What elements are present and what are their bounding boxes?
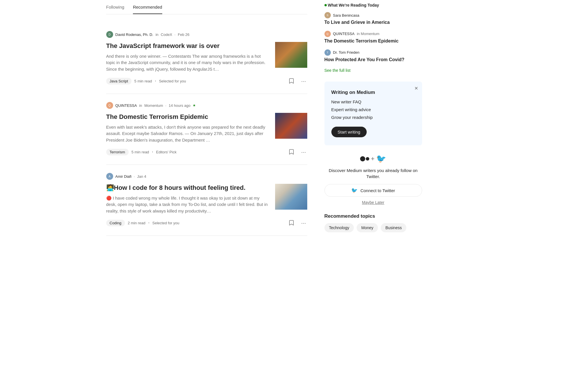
save-button[interactable] (287, 218, 296, 227)
writing-link[interactable]: Expert writing advice (331, 107, 415, 112)
article-tags: Java Script 5 min read ·Selected for you (106, 78, 186, 84)
feed-tabs: Following Recommended (106, 0, 307, 14)
article-tag[interactable]: Java Script (106, 78, 132, 84)
pick-avatar: S (324, 12, 331, 18)
selected-for: Selected for you (159, 79, 186, 83)
topics-list: TechnologyMoneyBusiness (324, 223, 422, 232)
maybe-later-link[interactable]: Maybe Later (324, 200, 422, 205)
topic-pill[interactable]: Money (357, 223, 378, 232)
see-full-list-link[interactable]: See the full list (324, 68, 351, 73)
read-time: 2 min read (128, 221, 145, 225)
pick-author: Dr. Tom Frieden (333, 50, 360, 55)
pick-title[interactable]: The Domestic Terrorism Epidemic (324, 38, 422, 44)
editors-pick: Editors' Pick (156, 150, 177, 154)
meta-separator: · (175, 32, 176, 37)
article-date: Feb 26 (178, 32, 189, 37)
pick-publication: in Momentum (357, 32, 380, 36)
writing-link[interactable]: New writer FAQ (331, 99, 415, 104)
article-footer: Java Script 5 min read ·Selected for you… (106, 76, 307, 86)
twitter-description: Discover Medium writers you already foll… (324, 167, 422, 179)
topic-pill[interactable]: Business (381, 223, 406, 232)
connect-twitter-label: Connect to Twitter (360, 188, 395, 193)
twitter-bird-icon: 🐦 (376, 154, 386, 163)
article-publication: CodeX (161, 32, 172, 37)
meta-separator: · (165, 103, 167, 108)
article-meta: D David Rodenas, Ph. D. in CodeX · Feb 2… (106, 31, 307, 38)
pick-author: Sara Benincasa (333, 13, 360, 18)
more-options-button[interactable]: ··· (300, 77, 307, 86)
tab-recommended[interactable]: Recommended (133, 0, 162, 14)
article-actions: ··· (287, 147, 307, 157)
pick-avatar: T (324, 49, 331, 56)
article-thumbnail (275, 113, 307, 139)
twitter-logos: + 🐦 (324, 154, 422, 163)
footer-sep: · (155, 78, 156, 84)
article-body: The Domestic Terrorism Epidemic Even wit… (106, 113, 307, 143)
article-actions: ··· (287, 76, 307, 86)
selected-for: Selected for you (152, 221, 179, 225)
green-dot-icon (324, 4, 327, 6)
article-date: 14 hours ago (169, 103, 190, 108)
pick-title[interactable]: How Protected Are You From Covid? (324, 57, 422, 63)
writing-links-list: New writer FAQExpert writing adviceGrow … (331, 99, 415, 120)
author-avatar: D (106, 31, 113, 38)
article-thumbnail (275, 184, 307, 210)
topic-pill[interactable]: Technology (324, 223, 354, 232)
meta-separator: · (134, 174, 135, 179)
article-title[interactable]: The JavaScript framework war is over (106, 42, 269, 50)
main-feed: Following Recommended D David Rodenas, P… (106, 0, 324, 241)
sidebar: What We're Reading Today S Sara Benincas… (324, 0, 422, 241)
article-publication: Momentum (144, 103, 163, 108)
article-card: Q QUINTESSA in Momentum · 14 hours ago ★… (106, 94, 307, 165)
reading-today-label: What We're Reading Today (324, 3, 422, 7)
article-thumbnail (275, 42, 307, 68)
article-author: David Rodenas, Ph. D. (115, 32, 153, 37)
pick-title[interactable]: To Live and Grieve in America (324, 20, 422, 26)
start-writing-button[interactable]: Start writing (331, 127, 367, 137)
save-button[interactable] (287, 76, 296, 86)
pick-meta: S Sara Benincasa (324, 12, 422, 18)
more-options-button[interactable]: ··· (300, 219, 307, 227)
writing-box-title: Writing on Medium (331, 90, 415, 95)
author-avatar: A (106, 173, 113, 180)
article-title[interactable]: 🧑‍💻How I code for 8 hours without feelin… (106, 184, 269, 192)
article-title[interactable]: The Domestic Terrorism Epidemic (106, 113, 269, 121)
article-text: The JavaScript framework war is over And… (106, 42, 269, 72)
article-date: Jan 4 (137, 174, 146, 179)
staff-picks-section: What We're Reading Today S Sara Benincas… (324, 3, 422, 73)
staff-pick-item: S Sara Benincasa To Live and Grieve in A… (324, 12, 422, 26)
writing-link[interactable]: Grow your readership (331, 115, 415, 120)
article-card: D David Rodenas, Ph. D. in CodeX · Feb 2… (106, 23, 307, 94)
article-tag[interactable]: Terrorism (106, 149, 129, 155)
save-button[interactable] (287, 147, 296, 157)
pick-meta: Q QUINTESSA in Momentum (324, 31, 422, 37)
articles-list: D David Rodenas, Ph. D. in CodeX · Feb 2… (106, 23, 307, 236)
pick-avatar: Q (324, 31, 331, 37)
article-card: A Amir Diafi · Jan 4 🧑‍💻How I code for 8… (106, 165, 307, 236)
picks-list: S Sara Benincasa To Live and Grieve in A… (324, 12, 422, 63)
article-meta: A Amir Diafi · Jan 4 (106, 173, 307, 180)
more-options-button[interactable]: ··· (300, 148, 307, 157)
connect-twitter-button[interactable]: 🐦 Connect to Twitter (324, 184, 422, 197)
writing-box-close-button[interactable]: ✕ (414, 86, 418, 91)
article-author: QUINTESSA (115, 103, 137, 108)
article-actions: ··· (287, 218, 307, 227)
footer-sep: · (152, 149, 153, 155)
author-avatar: Q (106, 102, 113, 109)
article-footer: Coding 2 min read ·Selected for you ··· (106, 218, 307, 227)
read-time: 5 min read (132, 150, 149, 154)
read-time: 5 min read (134, 79, 152, 83)
medium-circle-small (366, 157, 369, 161)
article-tag[interactable]: Coding (106, 220, 125, 226)
pick-meta: T Dr. Tom Frieden (324, 49, 422, 56)
writing-on-medium-box: ✕ Writing on Medium New writer FAQExpert… (324, 82, 422, 145)
article-tags: Coding 2 min read ·Selected for you (106, 220, 179, 226)
footer-sep: · (148, 220, 149, 225)
article-author: Amir Diafi (115, 174, 132, 179)
pick-author: QUINTESSA (333, 32, 355, 36)
article-meta: Q QUINTESSA in Momentum · 14 hours ago ★ (106, 102, 307, 109)
article-text: 🧑‍💻How I code for 8 hours without feelin… (106, 184, 269, 214)
article-body: 🧑‍💻How I code for 8 hours without feelin… (106, 184, 307, 214)
staff-pick-item: T Dr. Tom Frieden How Protected Are You … (324, 49, 422, 63)
tab-following[interactable]: Following (106, 0, 124, 14)
